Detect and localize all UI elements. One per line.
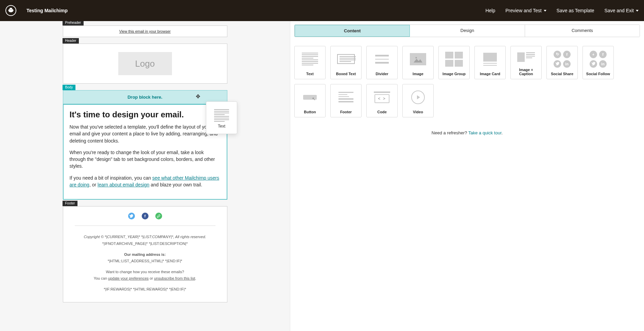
block-image[interactable]: Image [402,46,434,79]
unsubscribe-link[interactable]: unsubscribe from this list [154,276,195,280]
block-text[interactable]: Text [294,46,326,79]
preheader-block[interactable]: View this email in your browser [63,26,227,37]
help-link[interactable]: Help [485,8,495,13]
footer-copyright: Copyright © *|CURRENT_YEAR|* *|LIST:COMP… [84,235,206,239]
block-image-group[interactable]: Image Group [438,46,470,79]
block-video[interactable]: Video [402,84,434,117]
footer-archive: *|IFNOT:ARCHIVE_PAGE|* *|LIST:DESCRIPTIO… [69,241,221,247]
footer-address: *|HTML:LIST_ADDRESS_HTML|* *|END:IF|* [69,258,221,264]
update-preferences-link[interactable]: update your preferences [108,276,149,280]
body-text-block[interactable]: It's time to design your email. Now that… [63,104,227,200]
learn-design-link[interactable]: learn about email design [98,182,150,187]
chevron-down-icon [544,10,546,12]
website-link-icon[interactable] [155,213,162,219]
chevron-down-icon [636,10,639,12]
email-canvas-pane: Preheader View this email in your browse… [0,21,290,331]
section-label-preheader: Preheader [63,21,84,26]
tab-content[interactable]: Content [295,25,410,37]
block-button[interactable]: ↖Button [294,84,326,117]
facebook-icon[interactable]: f [142,213,149,219]
quick-tour-link[interactable]: Take a quick tour [468,130,502,135]
block-divider[interactable]: Divider [366,46,398,79]
logo-placeholder[interactable]: Logo [118,52,172,75]
save-as-template-button[interactable]: Save as Template [557,8,594,13]
footer-change-text: Want to change how you receive these ema… [69,269,221,275]
block-image-caption[interactable]: Image + Caption [510,46,542,79]
drag-cursor-icon: ✥ [196,93,200,100]
body-paragraph: If you need a bit of inspiration, you ca… [70,175,221,188]
top-bar: Testing Mailchimp Help Preview and Test … [0,0,644,21]
block-code[interactable]: < >Code [366,84,398,117]
section-label-footer: Footer [63,201,78,206]
content-blocks-palette: Text Boxed Text Divider Image Image Grou… [294,46,640,117]
view-in-browser-link[interactable]: View this email in your browser [119,29,171,33]
footer-divider [75,226,215,226]
block-image-card[interactable]: Image Card [474,46,506,79]
panel-tabs: Content Design Comments [294,24,640,37]
tab-design[interactable]: Design [410,25,525,37]
svg-point-0 [415,57,417,58]
footer-address-heading: Our mailing address is: [124,252,166,256]
block-social-share[interactable]: ↻finSocial Share [546,46,578,79]
section-label-header: Header [63,38,79,44]
twitter-icon[interactable] [128,213,135,219]
footer-rewards: *|IF:REWARDS|* *|HTML:REWARDS|* *|END:IF… [69,286,221,293]
refresher-prompt: Need a refresher? Take a quick tour. [294,130,640,135]
drop-block-zone[interactable]: Drop block here. [63,90,227,104]
tab-comments[interactable]: Comments [525,25,640,37]
section-label-body: Body [63,85,76,90]
block-social-follow[interactable]: +finSocial Follow [582,46,614,79]
drag-ghost-text-block: Text [206,101,237,134]
footer-block[interactable]: f Copyright © *|CURRENT_YEAR|* *|LIST:CO… [63,206,227,302]
header-block[interactable]: Logo [63,44,227,84]
save-and-exit-menu[interactable]: Save and Exit [605,8,639,13]
mailchimp-logo-icon[interactable] [5,5,16,16]
editor-side-panel: Content Design Comments Text Boxed Text … [290,21,644,331]
block-footer[interactable]: Footer [330,84,362,117]
campaign-name[interactable]: Testing Mailchimp [27,8,68,13]
body-heading: It's time to design your email. [70,110,221,119]
block-boxed-text[interactable]: Boxed Text [330,46,362,79]
preview-test-menu[interactable]: Preview and Test [505,8,546,13]
body-paragraph: When you're ready to change the look of … [70,149,221,170]
body-paragraph: Now that you've selected a template, you… [70,123,221,144]
